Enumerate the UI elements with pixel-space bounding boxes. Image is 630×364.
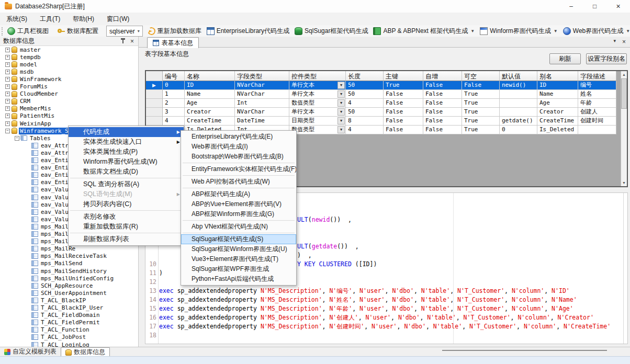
grid-cell[interactable]: 数值类型▼ bbox=[289, 126, 346, 134]
grid-cell[interactable]: 2 bbox=[163, 99, 185, 108]
grid-cell[interactable]: 0 bbox=[163, 81, 185, 90]
grid-cell[interactable]: Creator bbox=[537, 108, 578, 117]
grid-column-header[interactable]: 长度 bbox=[346, 71, 384, 81]
close-button[interactable]: × bbox=[606, 0, 630, 13]
grid-cell[interactable] bbox=[500, 108, 537, 117]
tree-database-CRM[interactable]: +CRM bbox=[5, 98, 31, 105]
grid-cell[interactable]: False bbox=[384, 117, 423, 126]
tree-database-PatientMis[interactable]: +PatientMis bbox=[5, 112, 55, 120]
tree-table-mps_MailUnifiedConfig[interactable]: mps_MailUnifiedConfig bbox=[31, 275, 115, 282]
grid-cell[interactable]: 单行文本▼ bbox=[289, 81, 346, 90]
grid-row-selector[interactable] bbox=[146, 117, 163, 126]
expand-box-icon[interactable]: − bbox=[15, 136, 19, 141]
expand-box-icon[interactable]: + bbox=[5, 70, 10, 74]
bottom-tab-数据库信息[interactable]: 数据库信息 bbox=[61, 347, 110, 357]
tree-database-WinFramework[interactable]: +WinFramework bbox=[5, 75, 62, 83]
database-config-button[interactable]: 数据库配置 bbox=[54, 26, 101, 37]
menu-item[interactable]: Vue3+Element界面代码生成(T) bbox=[181, 254, 296, 264]
grid-column-header[interactable]: 字段类型 bbox=[235, 71, 289, 81]
grid-cell[interactable]: 创建时间 bbox=[578, 117, 616, 126]
menu-item[interactable]: EnterpriseLibrary代码生成(E) bbox=[181, 132, 296, 142]
menu-item[interactable]: SQL 查询分析器(A) bbox=[69, 179, 184, 189]
grid-row-selector[interactable]: ▶ bbox=[146, 81, 163, 90]
tree-database-master[interactable]: +master bbox=[5, 46, 42, 53]
grid-column-header[interactable]: 自增 bbox=[423, 71, 462, 81]
menu-item[interactable]: Winform界面代码生成(W) bbox=[69, 157, 184, 167]
grid-cell[interactable]: 50 bbox=[346, 81, 384, 90]
pin-icon[interactable] bbox=[121, 38, 125, 44]
grid-cell[interactable]: CreateTime bbox=[537, 117, 578, 126]
tree-database-tempdb[interactable]: +tempdb bbox=[5, 53, 42, 61]
menu-item[interactable]: Web界面代码生成(I) bbox=[181, 142, 296, 152]
expand-box-icon[interactable]: + bbox=[5, 62, 10, 67]
expand-box-icon[interactable]: + bbox=[5, 99, 10, 104]
grid-cell[interactable]: True bbox=[462, 99, 500, 108]
refresh-button[interactable]: 刷新 bbox=[549, 53, 581, 64]
grid-column-header[interactable]: 可空 bbox=[462, 71, 500, 81]
grid-cell[interactable]: 4 bbox=[163, 117, 185, 126]
grid-column-header[interactable]: 别名 bbox=[537, 71, 578, 81]
grid-cell[interactable]: True bbox=[462, 108, 500, 117]
grid-cell[interactable]: 姓名 bbox=[578, 90, 616, 99]
menubar-item[interactable]: 窗口(W) bbox=[100, 13, 136, 25]
winform-codegen-button[interactable]: Winform界面代码生成▼ bbox=[477, 26, 560, 37]
grid-row-selector[interactable] bbox=[146, 99, 163, 108]
chevron-down-icon[interactable]: ▼ bbox=[554, 29, 558, 33]
grid-cell[interactable]: 8 bbox=[346, 117, 384, 126]
grid-cell[interactable]: CreateTime bbox=[185, 117, 235, 126]
tree-table-SCH_UserAppointment[interactable]: SCH_UserAppointment bbox=[31, 289, 108, 297]
grid-cell[interactable] bbox=[578, 126, 616, 134]
grid-column-header[interactable]: 主键 bbox=[384, 71, 423, 81]
menu-item[interactable]: ABP框架Winform界面生成(G) bbox=[181, 209, 296, 219]
chevron-down-icon[interactable]: ▼ bbox=[470, 29, 475, 33]
menu-item[interactable]: ABP框架代码生成(A) bbox=[181, 189, 296, 199]
menu-item[interactable]: 代码生成▶ bbox=[69, 127, 184, 137]
grid-column-header[interactable]: 控件类型 bbox=[289, 71, 346, 81]
tree-database-model[interactable]: +model bbox=[5, 61, 38, 68]
grid-cell[interactable]: NVarChar bbox=[235, 108, 289, 117]
grid-cell[interactable]: Age bbox=[537, 99, 578, 108]
grid-cell[interactable]: False bbox=[423, 90, 462, 99]
tree-table-T_ACL_FieldDomain[interactable]: T_ACL_FieldDomain bbox=[31, 312, 101, 319]
grid-cell[interactable]: Int bbox=[235, 99, 289, 108]
grid-cell[interactable]: DateTime bbox=[235, 117, 289, 126]
grid-cell[interactable]: 4 bbox=[346, 126, 384, 134]
combo-dropdown-icon[interactable]: ▼ bbox=[338, 82, 345, 89]
expand-box-icon[interactable]: + bbox=[5, 113, 10, 118]
expand-box-icon[interactable]: + bbox=[5, 55, 10, 60]
grid-column-header[interactable]: 字段描述 bbox=[578, 71, 616, 81]
chevron-down-icon[interactable]: ▼ bbox=[626, 29, 630, 33]
grid-row-selector[interactable] bbox=[146, 90, 163, 99]
grid-cell[interactable]: False bbox=[384, 126, 423, 134]
combo-dropdown-icon[interactable]: ▼ bbox=[338, 126, 345, 133]
menubar-item[interactable]: 系统(S) bbox=[0, 13, 33, 25]
set-field-alias-button[interactable]: 设置字段别名 bbox=[586, 53, 627, 64]
grid-cell[interactable]: Is_Deleted bbox=[537, 126, 578, 134]
grid-cell[interactable]: True bbox=[462, 117, 500, 126]
grid-cell[interactable]: Name bbox=[537, 90, 578, 99]
grid-cell[interactable]: NVarChar bbox=[235, 90, 289, 99]
grid-cell[interactable]: False bbox=[384, 99, 423, 108]
menu-item[interactable]: 拷贝列表内容(C) bbox=[69, 199, 184, 209]
grid-cell[interactable]: 3 bbox=[163, 108, 185, 117]
grid-cell[interactable]: getdate() bbox=[500, 117, 537, 126]
grid-cell[interactable]: 50 bbox=[346, 90, 384, 99]
combo-dropdown-icon[interactable]: ▼ bbox=[338, 108, 345, 116]
grid-cell[interactable]: True bbox=[384, 81, 423, 90]
web-codegen-button[interactable]: Web界面代码生成▼ bbox=[560, 26, 630, 37]
tree-table-mps_MailSendHistory[interactable]: mps_MailSendHistory bbox=[31, 267, 108, 275]
grid-cell[interactable]: 4 bbox=[346, 99, 384, 108]
grid-vertical-scrollbar[interactable]: ▲ ▼ bbox=[621, 71, 627, 186]
tree-database-WeixinApp[interactable]: +WeixinApp bbox=[5, 120, 52, 127]
grid-cell[interactable]: 单行文本▼ bbox=[289, 90, 346, 99]
tree-database-CloudMember[interactable]: +CloudMember bbox=[5, 90, 59, 98]
menu-item[interactable]: SqlSugar框架WPF界面生成 bbox=[181, 264, 296, 274]
maximize-button[interactable]: □ bbox=[583, 0, 606, 13]
menu-item[interactable]: EntityFramework实体框架代码生成(F) bbox=[181, 164, 296, 174]
tree-database-msdb[interactable]: +msdb bbox=[5, 68, 35, 75]
menu-item[interactable]: SqlSugar框架Winform界面生成(U) bbox=[181, 244, 296, 254]
database-type-combobox[interactable]: sqlserver▾ bbox=[106, 26, 143, 37]
grid-column-header[interactable]: 默认值 bbox=[500, 71, 537, 81]
grid-cell[interactable] bbox=[500, 90, 537, 99]
grid-cell[interactable]: 创建人 bbox=[578, 108, 616, 117]
